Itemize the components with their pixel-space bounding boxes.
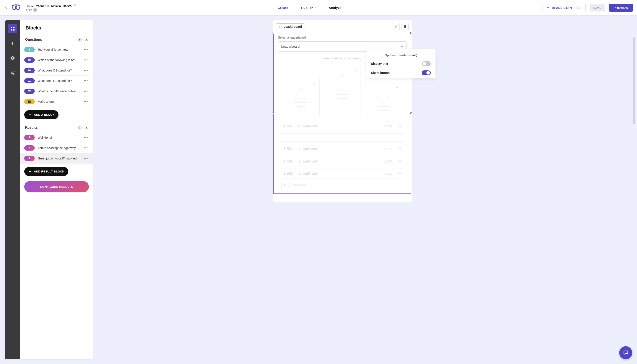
svg-rect-4 xyxy=(10,29,12,30)
result-item-2[interactable]: Great job on your IT knowled… ••• xyxy=(20,153,93,164)
question-label: Which of the following is not … xyxy=(38,58,80,62)
more-icon[interactable]: ••• xyxy=(83,89,89,93)
question-item-1[interactable]: Which of the following is not … ••• xyxy=(20,55,93,65)
result-label: Great job on your IT knowled… xyxy=(38,157,80,160)
save-button[interactable]: SAVE ✓ xyxy=(590,4,605,12)
lb-name: LunaFrost xyxy=(299,147,378,151)
leaderboard-row: 1,501 LunaFrost 1.000 ⚑ xyxy=(280,168,405,179)
leaderboard-rows: 1,501 LunaFrost 1.000 ⚑ 1,501 LunaFrost … xyxy=(278,121,407,189)
podium-first: ⚑ xyxy=(324,65,361,117)
canvas-scrollbar[interactable] xyxy=(633,37,635,124)
configure-results-button[interactable]: CONFIGURE RESULTS xyxy=(24,181,89,192)
section-results-head[interactable]: Results 3 xyxy=(20,123,93,132)
lb-score: 1.000 xyxy=(384,124,392,128)
add-block-button[interactable]: ＋ ADD A BLOCK xyxy=(24,110,58,119)
podium-third: ⚑ xyxy=(365,82,402,117)
resize-handle[interactable] xyxy=(272,112,274,114)
question-item-4[interactable]: What is the difference betwe… ••• xyxy=(20,86,93,96)
question-item-5[interactable]: Make a form ••• xyxy=(20,96,93,107)
questions-count: 6 xyxy=(77,38,83,42)
rail-blocks-icon[interactable] xyxy=(8,24,17,33)
popover-title: Options (Leaderboard) xyxy=(371,53,431,57)
list-block-icon xyxy=(24,58,35,62)
flag-icon: ⚑ xyxy=(398,147,401,151)
plus-icon: ＋ xyxy=(28,112,32,117)
result-label: You're heading the right way. xyxy=(38,146,80,150)
back-chevron-icon[interactable] xyxy=(4,5,8,10)
toggle-share-button[interactable] xyxy=(422,70,431,75)
more-icon[interactable]: ••• xyxy=(83,146,89,150)
options-popover: Options (Leaderboard) Display title Shar… xyxy=(366,50,436,78)
block-type-tag[interactable]: ⋮⋮ Leaderboard xyxy=(276,24,304,30)
result-block-icon xyxy=(24,146,35,150)
list-block-icon xyxy=(24,88,35,94)
resize-handle[interactable] xyxy=(410,32,412,34)
blocks-panel: Blocks Questions 6 T Test your IT know-h… xyxy=(20,20,93,359)
resize-handle[interactable] xyxy=(272,32,274,34)
preview-button[interactable]: PREVIEW xyxy=(609,4,633,12)
question-label: What does GB stand for? xyxy=(38,79,80,82)
resize-handle[interactable] xyxy=(410,112,412,114)
section-questions-head[interactable]: Questions 6 xyxy=(20,35,93,44)
lb-score: 1.000 xyxy=(384,160,392,163)
drag-grip-icon: ⋮⋮ xyxy=(278,25,282,28)
edit-block-icon[interactable] xyxy=(392,23,400,30)
more-icon[interactable]: ••• xyxy=(83,136,89,140)
ai-assistant-button[interactable]: AI ASSISTANT ⌘K xyxy=(542,4,586,12)
svg-rect-1 xyxy=(15,4,20,10)
top-nav: Create Publish * Analyze xyxy=(80,6,540,10)
canvas: ⋮⋮ Leaderboard Select a leaderboard xyxy=(273,20,412,202)
lb-name: LunaFrost xyxy=(299,124,378,128)
add-result-button[interactable]: ＋ ADD RESULT BLOCK xyxy=(24,167,68,176)
nav-publish[interactable]: Publish * xyxy=(301,6,316,10)
result-item-0[interactable]: Well done! ••• xyxy=(20,132,93,143)
lb-rank: 1,501 xyxy=(284,159,293,164)
podium-second: ⚑ xyxy=(283,78,320,117)
select-leaderboard-label: Select a leaderboard xyxy=(278,36,407,39)
more-icon[interactable]: ••• xyxy=(83,68,89,72)
question-item-2[interactable]: What does OS stand for? ••• xyxy=(20,65,93,76)
leaderboard-row: 1,501 LunaFrost 1.000 ⚑ xyxy=(280,121,405,131)
more-icon[interactable]: ••• xyxy=(83,100,89,104)
toggle-display-title[interactable] xyxy=(422,61,431,66)
lb-score: 1.000 xyxy=(384,172,392,176)
placeholder-line xyxy=(336,94,349,95)
nav-create[interactable]: Create xyxy=(278,6,288,10)
rail-design-icon[interactable] xyxy=(8,38,17,48)
section-results-label: Results xyxy=(25,126,38,130)
chat-fab[interactable] xyxy=(619,346,632,359)
question-item-3[interactable]: What does GB stand for? ••• xyxy=(20,76,93,86)
chevron-down-icon xyxy=(401,46,404,48)
text-block-icon: T xyxy=(24,47,35,52)
panel-title: Blocks xyxy=(20,20,93,35)
search-icon[interactable] xyxy=(282,181,290,189)
result-item-1[interactable]: You're heading the right way. ••• xyxy=(20,143,93,153)
delete-block-icon[interactable] xyxy=(401,23,409,30)
question-item-0[interactable]: T Test your IT know-how ••• xyxy=(20,44,93,55)
form-block-icon xyxy=(24,99,35,104)
section-questions-label: Questions xyxy=(25,38,42,42)
avatar-placeholder xyxy=(335,76,350,90)
option-display-title-label: Display title xyxy=(371,62,388,66)
rail-settings-icon[interactable] xyxy=(8,53,17,63)
ai-kbd-hint: ⌘K xyxy=(576,6,582,9)
option-share-button-label: Share button xyxy=(371,71,390,74)
result-block-icon xyxy=(24,156,35,161)
ai-assistant-label: AI ASSISTANT xyxy=(552,6,574,10)
placeholder-line xyxy=(338,98,347,99)
lb-name: LunaFrost xyxy=(299,172,378,176)
more-icon[interactable]: ••• xyxy=(83,79,89,83)
rail-share-icon[interactable] xyxy=(8,68,17,78)
more-icon[interactable]: ••• xyxy=(83,48,89,52)
flag-icon: ⚑ xyxy=(398,159,401,163)
nav-analyze[interactable]: Analyze xyxy=(329,6,342,10)
more-icon[interactable]: ••• xyxy=(83,156,89,160)
flag-icon: ⚑ xyxy=(398,172,401,176)
top-bar: TEST YOUR IT KNOW-HOW. Quiz i Create Pub… xyxy=(0,0,637,16)
flag-icon: ⚑ xyxy=(354,69,357,72)
edit-title-icon[interactable] xyxy=(74,4,76,8)
info-icon[interactable]: i xyxy=(33,8,37,12)
question-label: Make a form xyxy=(38,100,80,103)
more-icon[interactable]: ••• xyxy=(83,58,89,62)
leaderboard-search-row xyxy=(280,181,405,189)
